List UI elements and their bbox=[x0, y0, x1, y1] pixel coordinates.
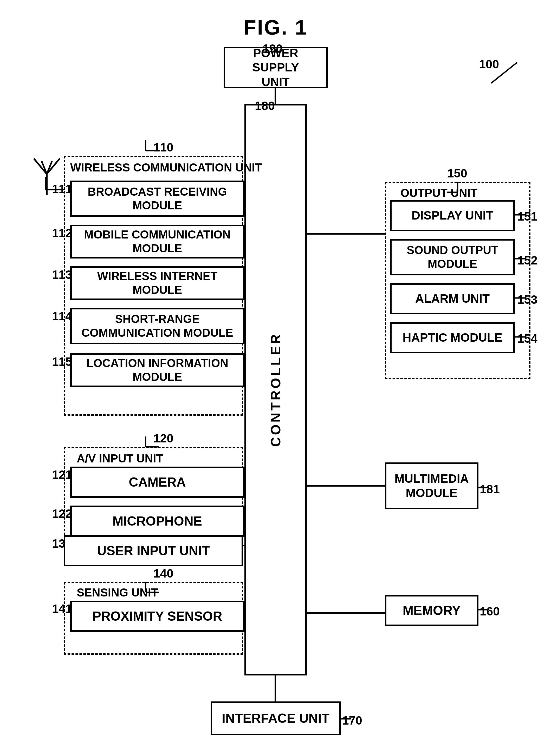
location-info-module-label: LOCATION INFORMATIONMODULE bbox=[86, 356, 228, 384]
wireless-internet-module-box: WIRELESS INTERNETMODULE bbox=[70, 266, 244, 300]
memory-box: MEMORY bbox=[385, 595, 478, 626]
mobile-comm-module-box: MOBILE COMMUNICATIONMODULE bbox=[70, 225, 244, 258]
mobile-comm-module-label: MOBILE COMMUNICATIONMODULE bbox=[84, 228, 231, 255]
short-range-comm-module-label: SHORT-RANGECOMMUNICATION MODULE bbox=[81, 312, 233, 340]
ref-141: 141 bbox=[52, 602, 72, 616]
ref-110: 110 bbox=[153, 140, 173, 154]
short-range-comm-module-box: SHORT-RANGECOMMUNICATION MODULE bbox=[70, 308, 244, 344]
controller-label: CONTROLLER bbox=[267, 332, 284, 447]
microphone-label: MICROPHONE bbox=[113, 513, 202, 529]
ref-120: 120 bbox=[153, 431, 173, 445]
wireless-internet-module-label: WIRELESS INTERNETMODULE bbox=[97, 269, 217, 297]
ref-180: 180 bbox=[255, 99, 275, 113]
controller-box: CONTROLLER bbox=[244, 104, 307, 675]
ref-140: 140 bbox=[153, 566, 173, 580]
ref-114: 114 bbox=[52, 309, 72, 323]
camera-box: CAMERA bbox=[70, 467, 244, 498]
haptic-module-box: HAPTIC MODULE bbox=[390, 322, 515, 353]
user-input-unit-label: USER INPUT UNIT bbox=[97, 543, 209, 559]
haptic-module-label: HAPTIC MODULE bbox=[403, 330, 502, 345]
ref-122: 122 bbox=[52, 507, 72, 521]
display-unit-box: DISPLAY UNIT bbox=[390, 200, 515, 231]
ref-150: 150 bbox=[447, 166, 467, 180]
user-input-unit-box: USER INPUT UNIT bbox=[64, 535, 243, 566]
broadcast-receiving-module-box: BROADCAST RECEIVINGMODULE bbox=[70, 181, 244, 217]
alarm-unit-label: ALARM UNIT bbox=[415, 291, 490, 306]
output-unit-label: OUTPUT UNIT bbox=[401, 187, 477, 200]
proximity-sensor-label: PROXIMITY SENSOR bbox=[92, 608, 222, 624]
wireless-comm-unit-label: WIRELESS COMMUNICATION UNIT bbox=[70, 161, 262, 174]
multimedia-module-label: MULTIMEDIAMODULE bbox=[395, 472, 469, 500]
svg-line-25 bbox=[491, 62, 517, 83]
sound-output-module-box: SOUND OUTPUTMODULE bbox=[390, 239, 515, 275]
ref-112: 112 bbox=[52, 226, 72, 240]
ref-190: 190 bbox=[262, 42, 283, 56]
display-unit-label: DISPLAY UNIT bbox=[412, 208, 493, 223]
figure-title: FIG. 1 bbox=[243, 16, 308, 39]
sound-output-module-label: SOUND OUTPUTMODULE bbox=[407, 243, 498, 271]
sensing-unit-label: SENSING UNIT bbox=[77, 586, 158, 599]
camera-label: CAMERA bbox=[129, 474, 186, 490]
interface-unit-box: INTERFACE UNIT bbox=[210, 701, 341, 735]
broadcast-receiving-module-label: BROADCAST RECEIVINGMODULE bbox=[88, 185, 227, 213]
microphone-box: MICROPHONE bbox=[70, 506, 244, 537]
diagram: FIG. 1 100 POWER SUPPLYUNIT 190 CONTROLL… bbox=[0, 0, 551, 756]
memory-label: MEMORY bbox=[403, 603, 461, 618]
ref-111: 111 bbox=[52, 182, 72, 196]
ref-121: 121 bbox=[52, 468, 72, 482]
interface-unit-label: INTERFACE UNIT bbox=[222, 711, 330, 726]
svg-line-21 bbox=[34, 158, 47, 174]
svg-line-24 bbox=[47, 158, 60, 174]
ref-115: 115 bbox=[52, 355, 72, 369]
av-input-unit-label: A/V INPUT UNIT bbox=[77, 452, 163, 465]
alarm-unit-box: ALARM UNIT bbox=[390, 283, 515, 314]
ref-113: 113 bbox=[52, 268, 72, 282]
proximity-sensor-box: PROXIMITY SENSOR bbox=[70, 601, 244, 632]
multimedia-module-box: MULTIMEDIAMODULE bbox=[385, 462, 478, 509]
location-info-module-box: LOCATION INFORMATIONMODULE bbox=[70, 353, 244, 387]
